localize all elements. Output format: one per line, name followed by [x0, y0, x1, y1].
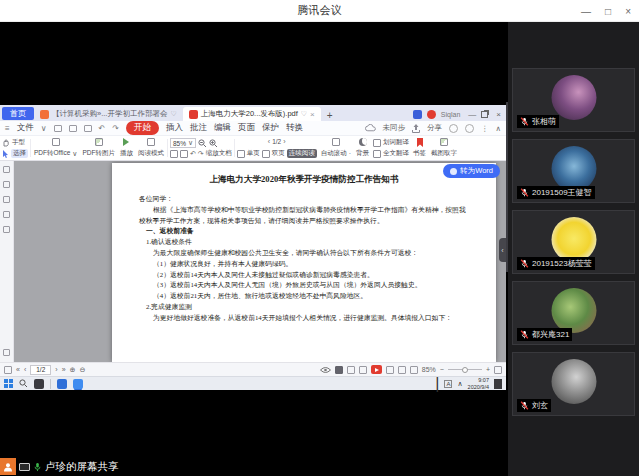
- collapse-ribbon-icon[interactable]: ∧: [496, 124, 502, 133]
- full-translate-button[interactable]: 全文翻译: [373, 149, 409, 158]
- file-menu[interactable]: 文件: [17, 122, 34, 134]
- last-page-button[interactable]: »: [62, 366, 66, 373]
- more-icon[interactable]: ⋮: [481, 124, 489, 133]
- redo-icon[interactable]: ↷: [112, 124, 119, 133]
- taskbar-app-icon-1[interactable]: [34, 379, 44, 389]
- zoom-out-icon[interactable]: [198, 139, 207, 148]
- zoom-level-select[interactable]: 85%∨: [170, 138, 196, 148]
- first-page-button[interactable]: «: [16, 366, 20, 373]
- previous-page-button[interactable]: ‹: [24, 366, 26, 373]
- thumbnail-panel-icon[interactable]: [3, 166, 10, 173]
- rotate-right-icon[interactable]: ↷: [198, 150, 204, 158]
- taskbar-clock[interactable]: 9:07 2020/9/4: [468, 377, 489, 390]
- favorite-icon[interactable]: ♡: [170, 110, 176, 118]
- pdf-to-image-button[interactable]: PDF转图片: [80, 137, 117, 159]
- read-mode-button[interactable]: 阅读模式: [136, 137, 166, 159]
- ribbon-tab-page[interactable]: 页面: [238, 122, 255, 134]
- ribbon-tab-start[interactable]: 开始: [126, 121, 159, 135]
- sidebar-settings-icon[interactable]: [3, 349, 10, 356]
- undo-icon[interactable]: ↶: [99, 124, 106, 133]
- taskbar-app-icon-2[interactable]: [57, 379, 67, 389]
- continuous-read-button[interactable]: 连续阅读: [287, 149, 317, 158]
- tray-expand-icon[interactable]: ∧: [457, 380, 462, 388]
- wps-restore-button[interactable]: [481, 111, 488, 118]
- fullscreen-icon[interactable]: [494, 366, 502, 374]
- account-avatar[interactable]: [413, 110, 422, 119]
- previous-page-icon[interactable]: ‹: [268, 138, 270, 145]
- settings-icon[interactable]: [449, 124, 458, 133]
- favorite-icon[interactable]: ♡: [301, 110, 307, 118]
- new-tab-button[interactable]: +: [321, 110, 339, 121]
- zoom-in-button[interactable]: +: [486, 366, 490, 373]
- ribbon-tab-comment[interactable]: 批注: [190, 122, 207, 134]
- wps-home-button[interactable]: 首页: [2, 107, 34, 120]
- ribbon-tab-convert[interactable]: 转换: [286, 122, 303, 134]
- play-fullscreen-icon[interactable]: [371, 365, 382, 374]
- zoom-slider[interactable]: [448, 369, 482, 370]
- ribbon-tab-protect[interactable]: 保护: [262, 122, 279, 134]
- document-viewport[interactable]: 上海电力大学2020年秋季开学疫情防控工作告知书 各位同学： 根据《上海市高等学…: [14, 161, 506, 362]
- next-page-icon[interactable]: ›: [283, 138, 285, 145]
- outline-panel-icon[interactable]: [3, 181, 10, 188]
- panel-collapse-handle[interactable]: ‹: [499, 238, 506, 262]
- participant-tile[interactable]: 20191523杨莹莹: [512, 210, 635, 274]
- pdf-to-office-button[interactable]: PDF转Office∨: [32, 137, 79, 159]
- capture-ocr-button[interactable]: 截图取字: [429, 137, 459, 159]
- add-page-icon[interactable]: ⊕: [70, 366, 76, 374]
- eye-icon[interactable]: [320, 366, 331, 374]
- convert-to-word-button[interactable]: 转为Word: [443, 164, 500, 178]
- tab-pdf-document[interactable]: 上海电力大学20...发布版).pdf ♡ ×: [183, 107, 321, 121]
- sync-status[interactable]: 未同步: [383, 123, 406, 133]
- actual-size-status-icon[interactable]: [410, 366, 418, 374]
- word-translate-button[interactable]: 划词翻译: [373, 138, 409, 147]
- page-indicator[interactable]: 1/2: [272, 138, 281, 145]
- fit-width-icon[interactable]: [180, 150, 188, 158]
- ribbon-tab-edit[interactable]: 编辑: [214, 122, 231, 134]
- share-button[interactable]: 分享: [427, 123, 442, 133]
- close-button[interactable]: ×: [625, 6, 631, 17]
- participant-tile[interactable]: 20191509王健智: [512, 139, 635, 203]
- hamburger-menu-icon[interactable]: ≡: [5, 124, 10, 133]
- taskbar-search-icon[interactable]: [19, 379, 28, 388]
- participant-tile[interactable]: 都兴庵321: [512, 281, 635, 345]
- close-tab-icon[interactable]: ×: [310, 110, 315, 119]
- search-panel-icon[interactable]: [3, 226, 10, 233]
- participant-tile[interactable]: 刘玄: [512, 352, 635, 416]
- select-tool[interactable]: 选择: [2, 149, 28, 158]
- next-page-button[interactable]: ›: [55, 366, 57, 373]
- page-number-input[interactable]: 1/2: [30, 365, 51, 375]
- single-page-icon[interactable]: [237, 150, 245, 158]
- comment-panel-icon[interactable]: [3, 196, 10, 203]
- print-icon[interactable]: [84, 125, 92, 132]
- tab-ppt-document[interactable]: 【计算机采购»...开学初工作部署会 ♡: [34, 107, 183, 121]
- notification-center-icon[interactable]: [494, 379, 502, 389]
- wps-close-button[interactable]: ×: [496, 110, 501, 119]
- message-icon[interactable]: [465, 124, 474, 133]
- play-mode-button[interactable]: 播放: [118, 137, 135, 159]
- double-page-icon[interactable]: [262, 150, 270, 158]
- windows-start-button[interactable]: [4, 379, 13, 388]
- page-layout-icon[interactable]: [4, 366, 12, 374]
- open-folder-icon[interactable]: [54, 125, 62, 132]
- view-mode-double-icon[interactable]: [347, 366, 355, 374]
- attachment-panel-icon[interactable]: [3, 211, 10, 218]
- zoom-percent[interactable]: 85%: [422, 366, 436, 373]
- account-name[interactable]: Siqlan: [441, 111, 460, 118]
- zoom-out-button[interactable]: −: [440, 366, 444, 373]
- view-mode-single-icon[interactable]: [335, 366, 343, 374]
- zoom-slider-knob[interactable]: [462, 367, 468, 373]
- participant-tile[interactable]: 张相萌: [512, 68, 635, 132]
- fit-page-status-icon[interactable]: [386, 366, 394, 374]
- background-button[interactable]: 背景: [354, 137, 371, 159]
- zoom-in-icon[interactable]: [209, 139, 218, 148]
- taskbar-app-icon-active[interactable]: [73, 379, 83, 389]
- fit-page-icon[interactable]: [170, 150, 178, 158]
- remove-page-icon[interactable]: ⊖: [79, 366, 85, 374]
- hand-tool[interactable]: 手型: [2, 138, 28, 147]
- save-icon[interactable]: [69, 125, 77, 132]
- view-mode-book-icon[interactable]: [359, 366, 367, 374]
- auto-scroll-button[interactable]: 自动滚动·: [319, 137, 353, 159]
- maximize-button[interactable]: □: [605, 6, 611, 17]
- wps-minimize-button[interactable]: —: [468, 110, 476, 119]
- input-language-indicator[interactable]: A: [444, 380, 452, 388]
